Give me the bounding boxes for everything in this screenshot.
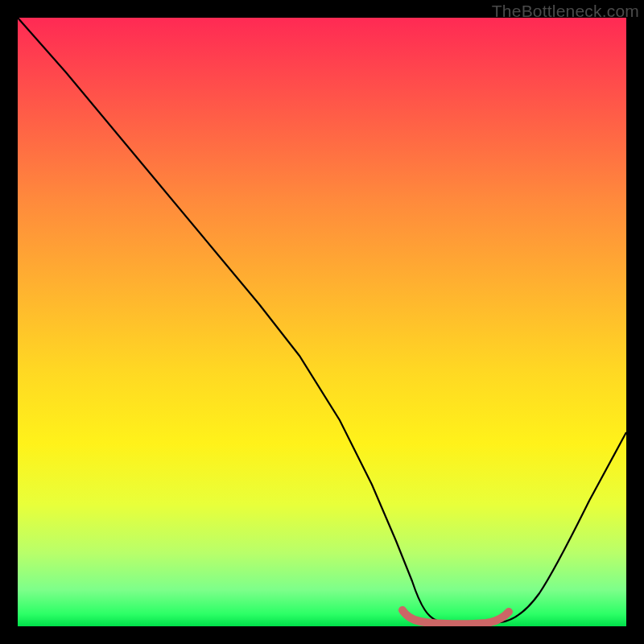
bottleneck-curve-svg — [18, 18, 626, 626]
watermark-text: TheBottleneck.com — [492, 2, 639, 21]
bottleneck-curve-path — [18, 18, 626, 623]
chart-frame: TheBottleneck.com — [0, 0, 644, 644]
optimal-range-marker — [402, 610, 509, 624]
